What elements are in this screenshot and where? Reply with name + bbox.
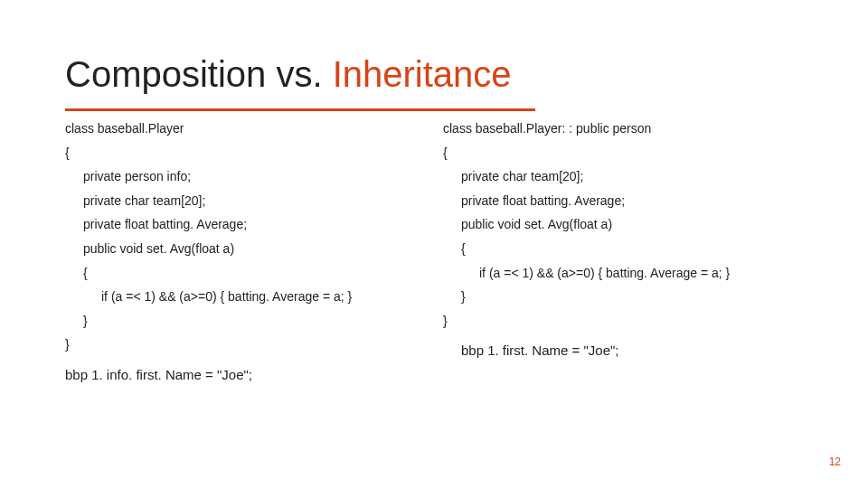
code-line: if (a =< 1) && (a>=0) { batting. Average… xyxy=(443,261,803,286)
code-line: public void set. Avg(float a) xyxy=(65,237,425,261)
code-line: } xyxy=(65,309,425,333)
composition-column: class baseball.Player { private person i… xyxy=(65,117,425,388)
title-emphasis: Inheritance xyxy=(333,54,512,94)
usage-line: bbp 1. first. Name = "Joe"; xyxy=(443,338,803,364)
code-line: } xyxy=(443,285,803,309)
code-columns: class baseball.Player { private person i… xyxy=(65,117,803,388)
slide: Composition vs. Inheritance class baseba… xyxy=(0,0,868,488)
code-line: public void set. Avg(float a) xyxy=(443,212,803,237)
code-line: } xyxy=(443,309,803,333)
code-line: if (a =< 1) && (a>=0) { batting. Average… xyxy=(65,285,425,309)
code-line: { xyxy=(443,237,803,261)
code-line: private float batting. Average; xyxy=(443,189,803,213)
code-line: { xyxy=(443,141,803,165)
code-line: { xyxy=(65,141,425,165)
code-line: private char team[20]; xyxy=(443,164,803,189)
inheritance-column: class baseball.Player: : public person {… xyxy=(443,117,803,388)
title-prefix: Composition vs. xyxy=(65,54,333,94)
code-line: } xyxy=(65,333,425,357)
page-number: 12 xyxy=(829,455,841,468)
usage-line: bbp 1. info. first. Name = "Joe"; xyxy=(65,362,425,389)
code-line: class baseball.Player xyxy=(65,117,425,141)
code-line: { xyxy=(65,261,425,286)
code-line: private person info; xyxy=(65,164,425,189)
code-line: class baseball.Player: : public person xyxy=(443,117,803,141)
code-line: private float batting. Average; xyxy=(65,212,425,237)
slide-title: Composition vs. Inheritance xyxy=(65,54,803,95)
code-line: private char team[20]; xyxy=(65,189,425,213)
title-underline xyxy=(65,108,535,111)
